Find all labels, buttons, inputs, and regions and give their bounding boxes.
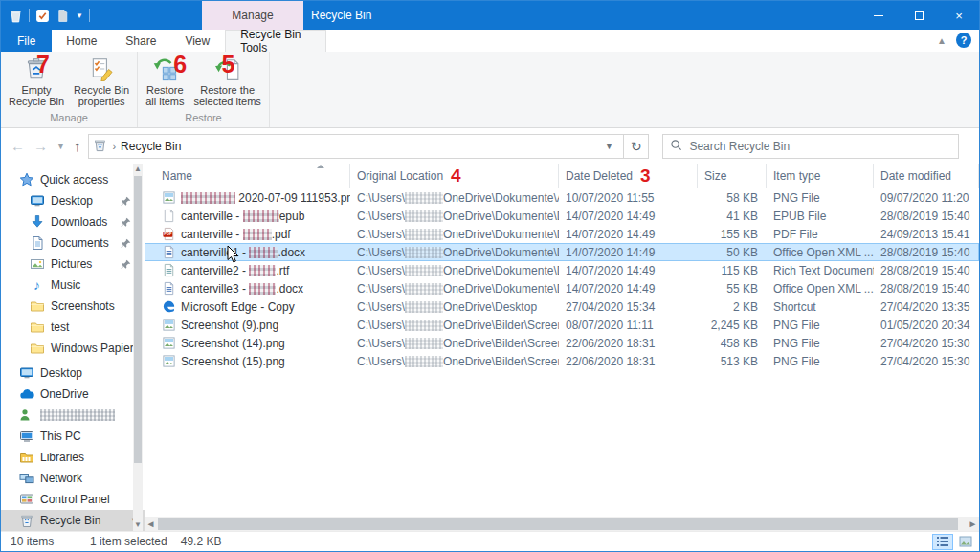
file-name-text: canterville - .pdf xyxy=(181,228,291,241)
address-box[interactable]: › Recycle Bin ▼ xyxy=(88,134,624,159)
scroll-down-icon[interactable]: ▼ xyxy=(133,519,143,531)
recent-locations-chevron-icon[interactable]: ▼ xyxy=(56,142,65,151)
file-name: canterville3 - .docx xyxy=(145,281,350,296)
file-name: canterville2 - .rtf xyxy=(145,263,350,277)
date-modified: 28/08/2019 15:40 xyxy=(874,246,979,259)
sidebar-item-music[interactable]: ♪Music xyxy=(1,275,145,296)
minimize-button[interactable] xyxy=(858,1,899,30)
recycle-bin-properties-button[interactable]: Recycle Binproperties xyxy=(69,52,134,109)
search-input[interactable] xyxy=(689,140,951,153)
sidebar-item-test[interactable]: test xyxy=(1,317,145,338)
navigation-pane: Quick accessDesktopDownloadsDocumentsPic… xyxy=(1,164,145,531)
sidebar-scrollbar[interactable]: ▲ ▼ xyxy=(133,164,143,531)
maximize-button[interactable] xyxy=(899,1,939,30)
close-button[interactable]: × xyxy=(939,1,979,30)
up-icon[interactable]: ↑ xyxy=(74,138,81,154)
file-row[interactable]: canterville2 - .rtfC:\Users\OneDrive\Dok… xyxy=(145,261,979,279)
mouse-cursor xyxy=(227,245,240,264)
tab-view[interactable]: View xyxy=(170,30,224,52)
sidebar-item-pictures[interactable]: Pictures xyxy=(1,254,145,275)
network-icon xyxy=(18,471,34,486)
details-view-button[interactable] xyxy=(932,534,953,550)
scroll-right-icon[interactable]: ► xyxy=(967,517,979,531)
item-type: Rich Text Document xyxy=(767,264,874,277)
sidebar-item-network[interactable]: Network xyxy=(1,468,145,489)
sidebar-item-onedrive[interactable]: OneDrive xyxy=(1,384,145,405)
file-row[interactable]: 2020-07-09 111953.pngC:\Users\OneDrive\D… xyxy=(145,188,979,207)
png-file-icon xyxy=(162,354,176,368)
libraries-icon xyxy=(18,450,34,465)
help-icon[interactable]: ? xyxy=(956,33,971,48)
cloud-icon xyxy=(18,386,34,402)
sidebar-item-user[interactable] xyxy=(1,405,145,426)
sidebar-item-label: Pictures xyxy=(51,257,92,271)
file-row[interactable]: Screenshot (9).pngC:\Users\OneDrive\Bild… xyxy=(145,316,979,334)
qat-new-folder-icon[interactable] xyxy=(56,9,70,23)
file-row[interactable]: Screenshot (15).pngC:\Users\OneDrive\Bil… xyxy=(145,352,979,370)
file-row[interactable]: canterville1 - .docxC:\Users\OneDrive\Do… xyxy=(145,243,979,261)
annotation-number: 4 xyxy=(451,166,461,185)
column-header-original-location[interactable]: Original Location4 xyxy=(350,164,559,188)
date-modified: 24/09/2013 15:41 xyxy=(874,228,979,241)
sidebar-item-recycle-bin[interactable]: Recycle Bin▼ xyxy=(1,510,145,531)
sidebar-item-documents[interactable]: Documents xyxy=(1,232,145,254)
file-name-text: Screenshot (15).png xyxy=(181,355,285,368)
back-icon[interactable]: ← xyxy=(11,138,25,154)
tab-file[interactable]: File xyxy=(1,30,52,52)
sidebar-item-desktop[interactable]: Desktop xyxy=(1,190,145,211)
sidebar-item-desktop[interactable]: Desktop xyxy=(1,363,145,384)
tab-home[interactable]: Home xyxy=(52,30,111,52)
sidebar-item-quick-access[interactable]: Quick access xyxy=(1,169,145,190)
original-location: C:\Users\OneDrive\Dokumente\Da... xyxy=(350,228,559,241)
column-header-size[interactable]: Size xyxy=(698,164,767,188)
file-name-text: canterville3 - .docx xyxy=(181,282,303,296)
pictures-icon xyxy=(29,256,45,272)
breadcrumb[interactable]: Recycle Bin xyxy=(121,140,181,153)
item-type: Shortcut xyxy=(767,300,874,314)
qat-customize-chevron-icon[interactable]: ▼ xyxy=(76,11,83,20)
file-row[interactable]: PDFcanterville - .pdfC:\Users\OneDrive\D… xyxy=(145,225,979,243)
column-header-date-deleted[interactable]: Date Deleted3 xyxy=(559,164,698,188)
search-box[interactable] xyxy=(662,134,959,159)
empty-recycle-bin-button[interactable]: EmptyRecycle Bin7 xyxy=(4,52,69,109)
file-size: 50 KB xyxy=(698,246,767,259)
collapse-ribbon-icon[interactable]: ▲ xyxy=(937,35,947,46)
group-caption: Manage xyxy=(4,111,134,127)
forward-icon[interactable]: → xyxy=(33,138,48,154)
tab-recycle-bin-tools[interactable]: Recycle Bin Tools xyxy=(225,30,326,52)
date-modified: 28/08/2019 15:40 xyxy=(874,210,979,223)
redacted-username xyxy=(405,229,443,240)
scroll-left-icon[interactable]: ◄ xyxy=(145,517,157,531)
pdf-file-icon: PDF xyxy=(162,227,176,241)
horizontal-scrollbar-thumb[interactable] xyxy=(158,518,958,530)
horizontal-scrollbar[interactable]: ◄ ► xyxy=(145,517,979,531)
tab-share[interactable]: Share xyxy=(111,30,170,52)
date-deleted: 14/07/2020 14:49 xyxy=(559,210,698,223)
sidebar-scrollbar-thumb[interactable] xyxy=(134,176,142,463)
thumbnail-view-button[interactable] xyxy=(955,534,976,550)
sidebar-item-windows-papier[interactable]: Windows Papier xyxy=(1,338,145,359)
address-dropdown-chevron-icon[interactable]: ▼ xyxy=(599,141,620,151)
file-row[interactable]: Screenshot (14).pngC:\Users\OneDrive\Bil… xyxy=(145,334,979,352)
scroll-up-icon[interactable]: ▲ xyxy=(133,164,143,175)
sidebar-item-this-pc[interactable]: This PC xyxy=(1,426,145,447)
restore-the-selected-items-button[interactable]: Restore theselected items5 xyxy=(189,52,266,109)
pin-icon xyxy=(121,217,131,228)
file-row[interactable]: canterville3 - .docxC:\Users\OneDrive\Do… xyxy=(145,279,979,298)
qat-properties-icon[interactable] xyxy=(35,9,50,23)
sidebar-item-control-panel[interactable]: Control Panel xyxy=(1,489,145,510)
file-name: Screenshot (14).png xyxy=(145,336,350,350)
user-icon xyxy=(18,408,34,423)
file-row[interactable]: Microsoft Edge - CopyC:\Users\OneDrive\D… xyxy=(145,298,979,316)
sidebar-item-screenshots[interactable]: Screenshots xyxy=(1,296,145,317)
column-header-date-modified[interactable]: Date modified xyxy=(874,164,979,188)
sidebar-item-libraries[interactable]: Libraries xyxy=(1,447,145,468)
refresh-icon[interactable]: ↻ xyxy=(624,134,649,159)
column-header-name[interactable]: Name xyxy=(145,164,350,188)
sidebar-item-downloads[interactable]: Downloads xyxy=(1,211,145,232)
column-header-item-type[interactable]: Item type xyxy=(767,164,874,188)
file-row[interactable]: canterville - epubC:\Users\OneDrive\Doku… xyxy=(145,207,979,225)
item-type: PDF File xyxy=(767,228,874,241)
file-name: canterville1 - .docx xyxy=(145,245,350,259)
restore-all-items-button[interactable]: Restoreall items6 xyxy=(141,52,189,109)
